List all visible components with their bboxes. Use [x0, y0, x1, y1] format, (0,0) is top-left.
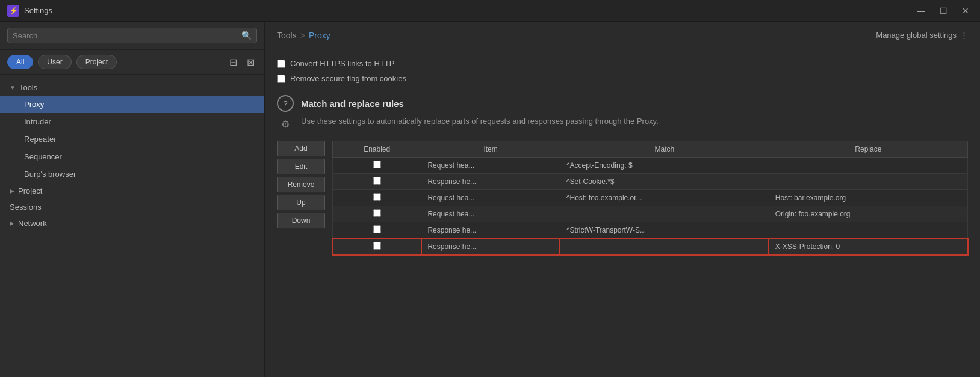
search-input[interactable]: [13, 31, 241, 40]
cell-enabled[interactable]: [333, 206, 421, 222]
main-scroll-area: Convert HTTPS links to HTTP Remove secur…: [265, 49, 980, 377]
cell-enabled[interactable]: [333, 239, 421, 255]
filter-icon-2[interactable]: ⊠: [244, 55, 257, 69]
up-button[interactable]: Up: [277, 195, 325, 210]
title-bar-controls: — ☐ ✕: [913, 5, 973, 17]
cell-match: ^Set-Cookie.*$: [560, 174, 769, 190]
checkbox-section: Convert HTTPS links to HTTP Remove secur…: [277, 59, 968, 83]
col-enabled: Enabled: [333, 141, 421, 158]
sidebar: 🔍 All User Project ⊟ ⊠ ▼ Tools Proxy Int…: [0, 22, 265, 377]
cell-enabled[interactable]: [333, 158, 421, 174]
row-checkbox[interactable]: [373, 177, 381, 185]
cell-replace: [769, 174, 967, 190]
chevron-down-icon: ▼: [10, 84, 16, 91]
cell-enabled[interactable]: [333, 222, 421, 239]
cell-match: [560, 206, 769, 222]
search-input-wrap[interactable]: 🔍: [7, 28, 257, 43]
question-icon: ?: [277, 95, 294, 112]
manage-global-settings-button[interactable]: Manage global settings ⋮: [876, 31, 968, 40]
cell-match: ^Host: foo.example.or...: [560, 190, 769, 206]
cell-replace: Origin: foo.example.org: [769, 206, 967, 222]
cell-replace: Host: bar.example.org: [769, 190, 967, 206]
sidebar-section-tools[interactable]: ▼ Tools: [0, 79, 264, 96]
sidebar-sessions-label: Sessions: [10, 203, 42, 212]
filter-row: All User Project ⊟ ⊠: [0, 50, 264, 75]
sidebar-section-network-label: Network: [18, 219, 47, 228]
sidebar-nav: ▼ Tools Proxy Intruder Repeater Sequence…: [0, 75, 264, 377]
title-bar: ⚡ Settings — ☐ ✕: [0, 0, 980, 22]
table-row[interactable]: Request hea... Origin: foo.example.org: [333, 206, 968, 222]
sidebar-item-sequencer[interactable]: Sequencer: [0, 148, 264, 165]
cell-item: Request hea...: [421, 206, 560, 222]
section-desc-row: ⚙ Use these settings to automatically re…: [277, 115, 968, 132]
checkbox-https-label: Convert HTTPS links to HTTP: [290, 59, 394, 68]
minimize-button[interactable]: —: [913, 5, 929, 17]
checkbox-secure-label: Remove secure flag from cookies: [290, 74, 406, 83]
search-icon: 🔍: [241, 31, 252, 40]
cell-enabled[interactable]: [333, 190, 421, 206]
table-row[interactable]: Request hea... ^Accept-Encoding: $: [333, 158, 968, 174]
breadcrumb: Tools > Proxy: [277, 31, 330, 40]
menu-icon: ⋮: [960, 31, 968, 40]
row-checkbox[interactable]: [373, 209, 381, 217]
checkbox-https[interactable]: [277, 60, 285, 68]
sidebar-item-repeater[interactable]: Repeater: [0, 130, 264, 148]
checkbox-row-secure: Remove secure flag from cookies: [277, 74, 968, 83]
sidebar-section-tools-label: Tools: [19, 83, 37, 92]
cell-item: Response he...: [421, 239, 560, 255]
row-checkbox[interactable]: [373, 193, 381, 201]
chevron-right-icon: ▶: [10, 188, 14, 194]
main-header: Tools > Proxy Manage global settings ⋮: [265, 22, 980, 49]
cell-item: Request hea...: [421, 190, 560, 206]
cell-match: ^Accept-Encoding: $: [560, 158, 769, 174]
title-bar-left: ⚡ Settings: [7, 5, 52, 17]
remove-button[interactable]: Remove: [277, 177, 325, 192]
table-row[interactable]: Request hea... ^Host: foo.example.or... …: [333, 190, 968, 206]
close-button[interactable]: ✕: [958, 5, 973, 17]
checkbox-secure[interactable]: [277, 75, 285, 83]
cell-item: Response he...: [421, 174, 560, 190]
sidebar-item-proxy[interactable]: Proxy: [0, 96, 264, 113]
cell-enabled[interactable]: [333, 174, 421, 190]
filter-all-button[interactable]: All: [7, 55, 33, 69]
cell-replace: X-XSS-Protection: 0: [769, 239, 967, 255]
filter-project-button[interactable]: Project: [76, 55, 117, 69]
filter-icon-1[interactable]: ⊟: [227, 55, 240, 69]
cell-match: ^StrictW-TransportW-S...: [560, 222, 769, 239]
main-content: Tools > Proxy Manage global settings ⋮ C…: [265, 22, 980, 377]
search-bar: 🔍: [0, 22, 264, 50]
col-replace: Replace: [769, 141, 967, 158]
breadcrumb-root: Tools: [277, 31, 297, 40]
sidebar-item-burps-browser[interactable]: Burp's browser: [0, 165, 264, 183]
add-button[interactable]: Add: [277, 141, 325, 156]
cell-item: Request hea...: [421, 158, 560, 174]
row-checkbox[interactable]: [373, 225, 381, 233]
manage-settings-label: Manage global settings: [876, 31, 957, 40]
cell-match: [560, 239, 769, 255]
sidebar-section-project[interactable]: ▶ Project: [0, 183, 264, 199]
row-checkbox[interactable]: [373, 242, 381, 250]
table-row[interactable]: Response he... ^StrictW-TransportW-S...: [333, 222, 968, 239]
sidebar-section-network[interactable]: ▶ Network: [0, 215, 264, 231]
section-title: Match and replace rules: [301, 99, 404, 109]
table-area: Add Edit Remove Up Down Enabled Item Mat…: [277, 141, 968, 255]
maximize-button[interactable]: ☐: [936, 5, 951, 17]
table-actions: Add Edit Remove Up Down: [277, 141, 325, 255]
col-item: Item: [421, 141, 560, 158]
edit-button[interactable]: Edit: [277, 159, 325, 174]
table-row[interactable]: Response he... X-XSS-Protection: 0: [333, 239, 968, 255]
checkbox-row-https: Convert HTTPS links to HTTP: [277, 59, 968, 68]
cell-item: Response he...: [421, 222, 560, 239]
cell-replace: [769, 158, 967, 174]
breadcrumb-separator: >: [300, 31, 305, 40]
app-body: 🔍 All User Project ⊟ ⊠ ▼ Tools Proxy Int…: [0, 22, 980, 377]
down-button[interactable]: Down: [277, 213, 325, 228]
sidebar-item-intruder[interactable]: Intruder: [0, 113, 264, 130]
sidebar-section-sessions[interactable]: Sessions: [0, 199, 264, 215]
filter-user-button[interactable]: User: [38, 55, 71, 69]
row-checkbox[interactable]: [373, 161, 381, 168]
table-row[interactable]: Response he... ^Set-Cookie.*$: [333, 174, 968, 190]
cell-replace: [769, 222, 967, 239]
col-match: Match: [560, 141, 769, 158]
breadcrumb-current: Proxy: [309, 31, 330, 40]
